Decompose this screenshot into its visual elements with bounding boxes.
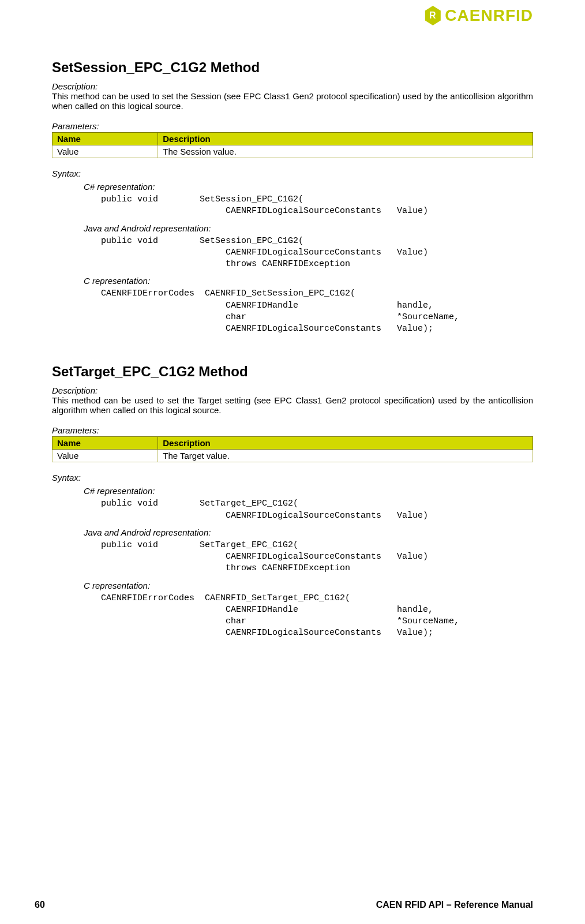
section2-java-code: public void SetTarget_EPC_C1G2( CAENRFID… — [101, 540, 533, 575]
section1-c-code: CAENRFIDErrorCodes CAENRFID_SetSession_E… — [101, 288, 533, 335]
syntax-label: Syntax: — [52, 473, 533, 482]
section1-java-code: public void SetSession_EPC_C1G2( CAENRFI… — [101, 235, 533, 271]
c-rep-label: C representation: — [84, 581, 533, 590]
description-label: Description: — [52, 386, 533, 395]
syntax-label: Syntax: — [52, 169, 533, 178]
c-rep-label: C representation: — [84, 276, 533, 286]
section2-params-table: Name Description Value The Target value. — [52, 436, 533, 462]
parameters-label: Parameters: — [52, 121, 533, 131]
footer: 60 CAEN RFID API – Reference Manual — [35, 900, 533, 910]
col-name-header: Name — [52, 437, 158, 450]
content: SetSession_EPC_C1G2 Method Description: … — [52, 59, 533, 639]
table-header-row: Name Description — [52, 437, 533, 450]
section1-params-table: Name Description Value The Session value… — [52, 132, 533, 158]
param-desc-cell: The Target value. — [158, 450, 533, 462]
section1-syntax: C# representation: public void SetSessio… — [84, 182, 533, 335]
param-desc-cell: The Session value. — [158, 145, 533, 158]
section1-description: This method can be used to set the Sessi… — [52, 91, 533, 111]
param-name-cell: Value — [52, 145, 158, 158]
section2-syntax: C# representation: public void SetTarget… — [84, 486, 533, 639]
section2-c-code: CAENRFIDErrorCodes CAENRFID_SetTarget_EP… — [101, 593, 533, 639]
section2-title: SetTarget_EPC_C1G2 Method — [52, 364, 533, 380]
parameters-label: Parameters: — [52, 425, 533, 435]
java-rep-label: Java and Android representation: — [84, 223, 533, 233]
page-number: 60 — [35, 900, 45, 910]
table-row: Value The Target value. — [52, 450, 533, 462]
table-row: Value The Session value. — [52, 145, 533, 158]
col-desc-header: Description — [158, 133, 533, 145]
col-name-header: Name — [52, 133, 158, 145]
param-name-cell: Value — [52, 450, 158, 462]
logo-hex-icon — [424, 6, 441, 25]
description-label: Description: — [52, 81, 533, 91]
section2-cs-code: public void SetTarget_EPC_C1G2( CAENRFID… — [101, 498, 533, 522]
page: CAENRFID SetSession_EPC_C1G2 Method Desc… — [0, 0, 585, 924]
brand-text: CAENRFID — [445, 6, 533, 25]
section2: SetTarget_EPC_C1G2 Method Description: T… — [52, 364, 533, 639]
section1-title: SetSession_EPC_C1G2 Method — [52, 59, 533, 76]
footer-title: CAEN RFID API – Reference Manual — [376, 900, 533, 910]
table-header-row: Name Description — [52, 133, 533, 145]
section2-description: This method can be used to set the Targe… — [52, 395, 533, 415]
brand-logo: CAENRFID — [424, 6, 533, 25]
section1-cs-code: public void SetSession_EPC_C1G2( CAENRFI… — [101, 194, 533, 218]
cs-rep-label: C# representation: — [84, 486, 533, 496]
java-rep-label: Java and Android representation: — [84, 528, 533, 537]
col-desc-header: Description — [158, 437, 533, 450]
cs-rep-label: C# representation: — [84, 182, 533, 192]
